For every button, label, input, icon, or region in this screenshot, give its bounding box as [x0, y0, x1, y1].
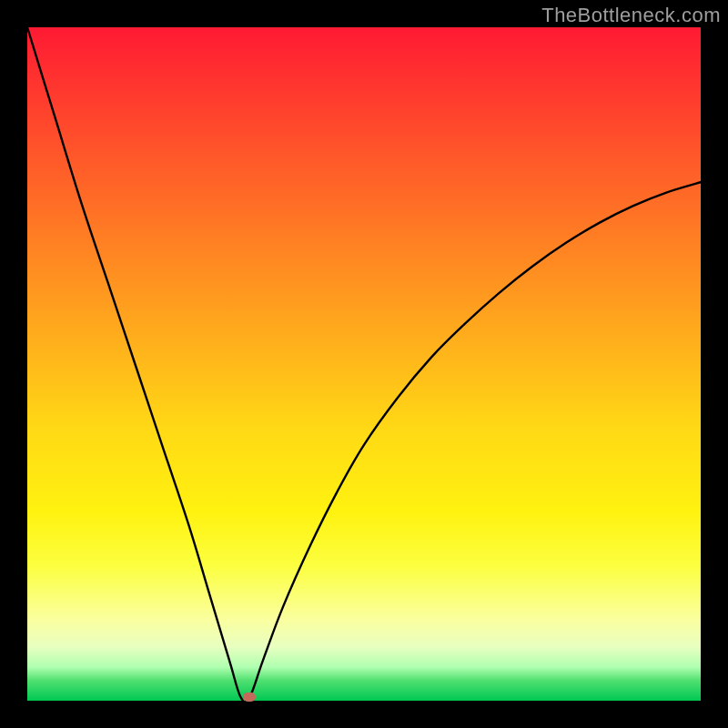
optimal-marker — [243, 693, 256, 702]
watermark-text: TheBottleneck.com — [541, 4, 721, 27]
bottleneck-curve — [27, 27, 701, 701]
plot-area — [27, 27, 701, 701]
chart-frame: TheBottleneck.com — [0, 0, 728, 728]
